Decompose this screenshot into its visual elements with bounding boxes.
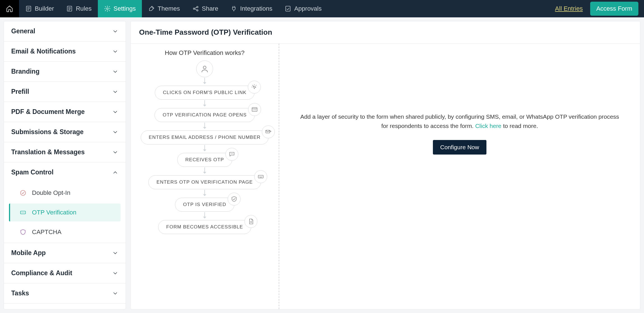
sidebar-section-email[interactable]: Email & Notifications <box>4 41 126 61</box>
top-nav: Builder Rules Settings Themes Share Inte… <box>0 0 644 17</box>
sidebar-section-translation[interactable]: Translation & Messages <box>4 142 126 162</box>
tab-rules[interactable]: Rules <box>60 0 98 17</box>
envelope-send-icon <box>262 125 275 138</box>
sidebar-item-double-opt-in[interactable]: Double Opt-In <box>4 184 126 202</box>
info-column: Add a layer of security to the form when… <box>279 44 640 309</box>
message-code-icon <box>225 148 238 161</box>
shield-icon <box>19 228 27 236</box>
svg-point-9 <box>22 212 22 213</box>
tab-label: Integrations <box>240 5 272 12</box>
share-icon <box>192 5 199 12</box>
sidebar-section-label: Mobile App <box>11 249 46 257</box>
rules-icon <box>66 5 73 12</box>
flow-step-label: CLICKS ON FORM'S PUBLIC LINK <box>155 86 255 100</box>
form-icon <box>25 5 32 12</box>
sidebar-section-label: Prefill <box>11 88 29 95</box>
chevron-down-icon <box>112 89 118 95</box>
tab-integrations[interactable]: Integrations <box>224 0 278 17</box>
tab-label: Approvals <box>294 5 322 12</box>
flow-step-label: ENTERS OTP ON VERIFICATION PAGE <box>148 175 261 189</box>
svg-point-7 <box>20 190 26 195</box>
tab-label: Rules <box>76 5 91 12</box>
sidebar-section-spam-control[interactable]: Spam Control <box>4 162 126 182</box>
chevron-down-icon <box>112 149 118 155</box>
chevron-down-icon <box>112 28 118 34</box>
all-entries-link[interactable]: All Entries <box>555 5 583 12</box>
flow-arrow <box>204 123 205 129</box>
tab-share[interactable]: Share <box>186 0 225 17</box>
flow-step-5: ENTERS OTP ON VERIFICATION PAGE <box>148 175 261 189</box>
sidebar-item-captcha[interactable]: CAPTCHA <box>4 223 126 241</box>
svg-text:OTP: OTP <box>253 109 256 111</box>
flow-step-label: RECEIVES OTP <box>177 153 232 167</box>
info-description-prefix: Add a layer of security to the form when… <box>300 113 619 129</box>
sidebar-section-prefill[interactable]: Prefill <box>4 82 126 102</box>
tab-approvals[interactable]: Approvals <box>278 0 328 17</box>
keypad-icon <box>19 209 27 216</box>
home-button[interactable] <box>0 0 19 17</box>
configure-now-button[interactable]: Configure Now <box>433 140 486 155</box>
info-text: Add a layer of security to the form when… <box>290 112 629 130</box>
flow-arrow <box>204 78 205 84</box>
flow-arrow <box>204 100 205 106</box>
chevron-down-icon <box>112 109 118 115</box>
flow-step-6: OTP IS VERIFIED <box>175 198 234 212</box>
cursor-click-icon <box>248 81 261 94</box>
sidebar-section-label: Tasks <box>11 289 29 297</box>
flow-column: How OTP Verification works? CLICKS ON FO… <box>131 44 279 309</box>
tab-label: Builder <box>35 5 54 12</box>
svg-point-18 <box>232 153 233 154</box>
check-circle-icon <box>19 189 27 197</box>
sidebar-section-submissions[interactable]: Submissions & Storage <box>4 122 126 142</box>
user-icon <box>196 60 213 77</box>
sidebar-section-label: Submissions & Storage <box>11 128 84 136</box>
flow-arrow <box>204 212 205 218</box>
chevron-down-icon <box>112 250 118 256</box>
top-right: All Entries Access Form <box>555 0 644 17</box>
sidebar-section-label: General <box>11 27 35 35</box>
sidebar-section-branding[interactable]: Branding <box>4 62 126 81</box>
tab-builder[interactable]: Builder <box>19 0 60 17</box>
access-form-button[interactable]: Access Form <box>590 2 638 16</box>
flow-step-1: CLICKS ON FORM'S PUBLIC LINK <box>155 86 255 100</box>
info-description-suffix: to read more. <box>501 123 538 129</box>
svg-rect-6 <box>286 6 290 11</box>
sidebar-section-mobile-app[interactable]: Mobile App <box>4 243 126 263</box>
sidebar-section-pdf[interactable]: PDF & Document Merge <box>4 102 126 122</box>
flow-step-label: OTP VERIFICATION PAGE OPENS <box>154 108 255 122</box>
svg-point-17 <box>232 153 232 154</box>
browser-otp-icon: OTP <box>248 103 261 116</box>
home-icon <box>6 5 13 12</box>
flow-title: How OTP Verification works? <box>165 49 244 57</box>
flow-step-3: ENTERS EMAIL ADDRESS / PHONE NUMBER <box>141 130 269 144</box>
sidebar-section-general[interactable]: General <box>4 21 126 41</box>
flow-step-2: OTP VERIFICATION PAGE OPENS OTP <box>154 108 255 122</box>
svg-point-2 <box>107 8 108 10</box>
flow-step-7: FORM BECOMES ACCESSIBLE <box>158 220 251 234</box>
sidebar-section-tasks[interactable]: Tasks <box>4 283 126 303</box>
flow-step-label: OTP IS VERIFIED <box>175 198 234 212</box>
page-title: One-Time Password (OTP) Verification <box>131 21 640 44</box>
sidebar-section-label: PDF & Document Merge <box>11 108 85 116</box>
chevron-down-icon <box>112 290 118 296</box>
document-icon <box>244 215 257 228</box>
chevron-down-icon <box>112 69 118 75</box>
info-link[interactable]: Click here <box>475 123 501 129</box>
tab-themes[interactable]: Themes <box>142 0 186 17</box>
chevron-up-icon <box>112 169 118 176</box>
tab-settings[interactable]: Settings <box>98 0 142 17</box>
sidebar-section-label: Translation & Messages <box>11 148 85 156</box>
chevron-down-icon <box>112 270 118 276</box>
settings-sidebar: General Email & Notifications Branding P… <box>4 21 126 309</box>
sidebar-section-compliance[interactable]: Compliance & Audit <box>4 263 126 283</box>
sidebar-item-label: OTP Verification <box>32 209 77 216</box>
tab-label: Share <box>202 5 218 12</box>
svg-rect-15 <box>266 130 270 133</box>
paint-icon <box>148 5 155 12</box>
keyboard-icon <box>254 170 267 183</box>
sidebar-section-label: Compliance & Audit <box>11 269 72 277</box>
sidebar-section-label: Email & Notifications <box>11 48 76 55</box>
sidebar-item-otp-verification[interactable]: OTP Verification <box>9 204 121 221</box>
svg-rect-19 <box>258 175 263 178</box>
tab-label: Themes <box>158 5 180 12</box>
